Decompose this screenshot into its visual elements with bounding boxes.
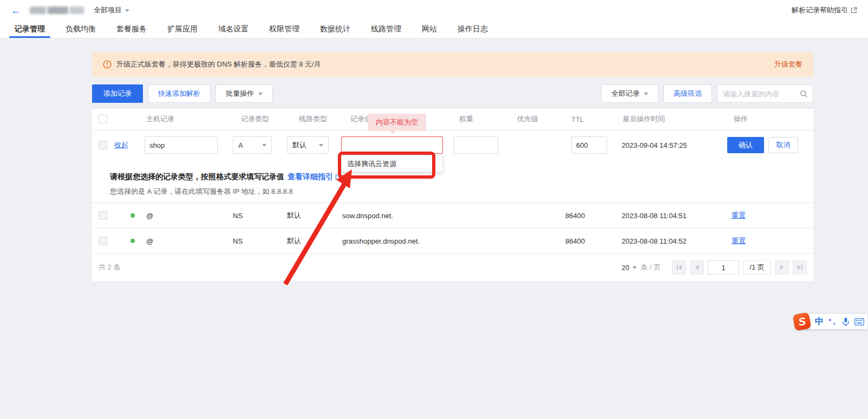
chevron-down-icon (644, 93, 648, 95)
row-checkbox[interactable] (99, 141, 107, 149)
host-record-input[interactable] (145, 136, 218, 154)
chevron-down-icon (125, 9, 129, 12)
main-content: 升级正式版套餐，获得更极致的 DNS 解析服务，最低仅需 8 元/月 升级套餐 … (92, 38, 813, 281)
tencent-resource-dropdown-option[interactable]: 选择腾讯云资源 (341, 155, 443, 172)
row-value: grasshopper.dnspod.net. (341, 237, 454, 245)
col-header-host: 主机记录 (145, 114, 233, 124)
search-icon[interactable] (800, 90, 808, 98)
external-link-icon (851, 7, 857, 14)
col-header-action: 操作 (727, 114, 813, 124)
record-toolbar: 添加记录 快速添加解析 批量操作 全部记录 高级筛选 (92, 84, 813, 103)
row-line: 默认 (287, 211, 341, 220)
record-filter-label: 全部记录 (611, 89, 639, 99)
record-value-help: 请根据您选择的记录类型，按照格式要求填写记录值 查看详细指引 您选择的是 A 记… (92, 160, 813, 203)
tab-plan-service[interactable]: 套餐服务 (116, 21, 147, 38)
help-sub-text: 您选择的是 A 记录，请在此填写服务器 IP 地址，如 8.8.8.8 (110, 187, 813, 197)
ime-language-toggle[interactable]: 中 (815, 316, 824, 328)
row-ttl: 86400 (561, 237, 622, 245)
upgrade-banner: 升级正式版套餐，获得更极致的 DNS 解析服务，最低仅需 8 元/月 升级套餐 (92, 52, 813, 77)
chevron-down-icon (632, 266, 637, 269)
records-table: 主机记录 记录类型 线路类型 记录值 权重 优先级 TTL 最后操作时间 操作 … (92, 108, 813, 281)
tab-bar: 记录管理 负载均衡 套餐服务 扩展应用 域名设置 权限管理 数据统计 线路管理 … (0, 21, 868, 38)
quick-add-button[interactable]: 快速添加解析 (148, 84, 211, 103)
weight-input[interactable] (454, 136, 498, 154)
pagination: 20 条 / 页 /1 页 (622, 260, 807, 274)
col-header-weight: 权重 (454, 114, 508, 124)
back-icon[interactable]: ← (11, 5, 21, 16)
tab-record-management[interactable]: 记录管理 (15, 21, 45, 38)
page-size-select[interactable]: 20 (622, 264, 637, 272)
upgrade-plan-link[interactable]: 升级套餐 (774, 60, 802, 69)
edit-record-row: 收起 A 默认 2023-09-04 14:57:25 确认 取消 (92, 130, 813, 160)
detail-guide-link[interactable]: 查看详细指引 (288, 172, 342, 182)
row-host: @ (145, 212, 233, 220)
chevron-down-icon (319, 144, 323, 147)
table-header-row: 主机记录 记录类型 线路类型 记录值 权重 优先级 TTL 最后操作时间 操作 (92, 108, 813, 130)
reset-link[interactable]: 重置 (727, 237, 746, 245)
row-checkbox[interactable] (99, 211, 107, 220)
keyboard-icon[interactable] (854, 318, 864, 325)
banner-text: 升级正式版套餐，获得更极致的 DNS 解析服务，最低仅需 8 元/月 (116, 60, 321, 69)
select-all-checkbox[interactable] (99, 115, 107, 123)
table-row: @ NS 默认 sow.dnspod.net. 86400 2023-08-08… (92, 203, 813, 228)
record-type-select[interactable]: A (233, 136, 272, 154)
total-pages-label: /1 页 (743, 260, 771, 274)
total-count: 共 2 条 (99, 263, 120, 272)
record-value-input[interactable] (341, 136, 443, 154)
detail-guide-label: 查看详细指引 (288, 172, 333, 182)
microphone-icon[interactable] (842, 317, 850, 326)
row-time: 2023-08-08 11:04:52 (622, 237, 727, 245)
collapse-link[interactable]: 收起 (114, 141, 128, 149)
cancel-button[interactable]: 取消 (768, 137, 798, 153)
advanced-filter-button[interactable]: 高级筛选 (663, 84, 712, 103)
warning-icon (103, 60, 112, 69)
first-page-button[interactable] (672, 260, 686, 274)
record-filter-select[interactable]: 全部记录 (601, 84, 658, 103)
external-link-icon (335, 174, 342, 180)
current-page-input[interactable] (708, 260, 739, 274)
ime-toolbar: S 中 °， (794, 313, 867, 330)
help-guide-label: 解析记录帮助指引 (792, 5, 848, 15)
tab-line-management[interactable]: 线路管理 (371, 21, 401, 38)
tab-domain-settings[interactable]: 域名设置 (218, 21, 249, 38)
batch-operation-button[interactable]: 批量操作 (216, 84, 273, 103)
reset-link[interactable]: 重置 (727, 211, 746, 219)
row-time: 2023-08-08 11:04:51 (622, 212, 727, 220)
col-header-priority: 优先级 (508, 114, 561, 124)
tab-permissions[interactable]: 权限管理 (269, 21, 299, 38)
last-page-button[interactable] (793, 260, 807, 274)
ime-punctuation-icon[interactable]: °， (828, 317, 837, 326)
tab-extensions[interactable]: 扩展应用 (167, 21, 198, 38)
project-selector[interactable]: 全部项目 (94, 5, 129, 15)
prev-page-button[interactable] (690, 260, 704, 274)
next-page-button[interactable] (775, 260, 789, 274)
col-header-type: 记录类型 (233, 114, 287, 124)
help-guide-link[interactable]: 解析记录帮助指引 (792, 5, 857, 15)
page-size-value: 20 (622, 264, 629, 272)
domain-name-blurred (30, 6, 84, 14)
search-input[interactable] (717, 90, 797, 98)
confirm-button[interactable]: 确认 (727, 137, 764, 153)
validation-tooltip: 内容不能为空 (368, 114, 426, 131)
project-selector-label: 全部项目 (94, 5, 122, 15)
tab-operation-log[interactable]: 操作日志 (458, 21, 488, 38)
col-header-line: 线路类型 (287, 114, 341, 124)
toolbar-right: 全部记录 高级筛选 (601, 84, 813, 103)
search-box (717, 84, 813, 103)
line-type-select[interactable]: 默认 (287, 136, 329, 154)
tab-load-balance[interactable]: 负载均衡 (66, 21, 96, 38)
top-bar: ← 全部项目 解析记录帮助指引 (0, 0, 868, 21)
row-line: 默认 (287, 236, 341, 246)
row-ttl: 86400 (561, 212, 622, 220)
record-type-value: A (238, 141, 243, 149)
tab-website[interactable]: 网站 (422, 21, 437, 38)
ttl-input[interactable] (571, 136, 607, 154)
row-checkbox[interactable] (99, 237, 107, 245)
tab-statistics[interactable]: 数据统计 (320, 21, 350, 38)
line-type-value: 默认 (292, 140, 306, 150)
col-header-ttl: TTL (561, 115, 622, 123)
row-value: sow.dnspod.net. (341, 212, 454, 220)
help-bold-text: 请根据您选择的记录类型，按照格式要求填写记录值 (110, 172, 284, 182)
sogou-logo-icon[interactable]: S (793, 312, 812, 331)
add-record-button[interactable]: 添加记录 (92, 84, 143, 103)
